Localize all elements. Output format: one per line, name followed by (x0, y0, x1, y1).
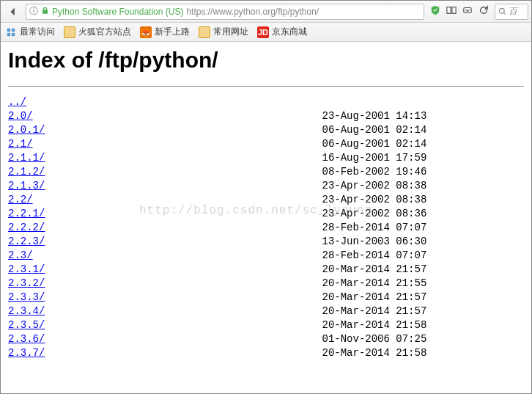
page-title: Index of /ftp/python/ (8, 48, 524, 73)
search-icon (498, 7, 506, 15)
dir-link[interactable]: 2.2/ (8, 194, 33, 205)
dir-link[interactable]: 2.3.2/ (8, 277, 45, 289)
lock-icon (41, 7, 49, 17)
svg-rect-4 (7, 28, 10, 31)
dir-link[interactable]: 2.1.3/ (8, 180, 45, 191)
directory-listing: ../ 2.0/ 23-Aug-2001 14:13 - 2.0.1/ 06-A… (8, 95, 524, 360)
pocket-icon[interactable] (459, 5, 476, 18)
bookmark-most-visited[interactable]: 最常访问 (5, 26, 55, 38)
svg-rect-5 (12, 28, 15, 31)
svg-rect-6 (7, 32, 10, 35)
folder-icon (199, 26, 210, 38)
dir-link[interactable]: 2.0.1/ (8, 124, 45, 136)
reload-button[interactable] (476, 5, 492, 18)
dir-link[interactable]: 2.3.1/ (8, 263, 45, 275)
jd-icon: JD (257, 26, 269, 38)
bookmarks-toolbar: 最常访问 火狐官方站点 🦊 新手上路 常用网址 JD 京东商城 (1, 23, 531, 42)
dir-link[interactable]: 2.2.1/ (8, 208, 45, 219)
info-icon: ⓘ (29, 5, 38, 18)
bookmark-label: 京东商城 (272, 26, 307, 38)
dir-link[interactable]: 2.1.1/ (8, 152, 45, 164)
ssl-org-label: Python Software Foundation (US) (52, 7, 183, 17)
svg-rect-1 (452, 7, 456, 14)
url-text: https://www.python.org/ftp/python/ (186, 7, 319, 17)
bookmark-getting-started[interactable]: 🦊 新手上路 (140, 26, 190, 38)
svg-rect-0 (447, 7, 451, 14)
bookmark-label: 常用网址 (213, 26, 248, 38)
dir-link[interactable]: 2.3.3/ (8, 291, 45, 303)
bookmark-jd[interactable]: JD 京东商城 (257, 26, 307, 38)
bookmark-label: 最常访问 (20, 26, 55, 38)
search-box[interactable]: 百 (495, 4, 528, 20)
back-button[interactable] (4, 3, 23, 21)
address-bar[interactable]: ⓘ Python Software Foundation (US) https:… (26, 4, 424, 20)
reader-icon[interactable] (443, 5, 459, 18)
dir-link[interactable]: 2.3.5/ (8, 319, 45, 331)
shield-icon[interactable] (430, 5, 440, 18)
dir-link[interactable]: 2.3.4/ (8, 305, 45, 317)
svg-point-3 (499, 8, 504, 13)
dir-link[interactable]: 2.2.2/ (8, 222, 45, 233)
dir-link[interactable]: 2.3/ (8, 249, 33, 261)
dir-link[interactable]: 2.2.3/ (8, 236, 45, 247)
divider (8, 86, 524, 87)
bookmark-label: 火狐官方站点 (78, 26, 131, 38)
grid-icon (5, 26, 17, 38)
dir-link[interactable]: 2.1/ (8, 138, 33, 150)
dir-link[interactable]: 2.3.7/ (8, 347, 45, 359)
firefox-icon: 🦊 (140, 26, 152, 38)
bookmark-label: 新手上路 (155, 26, 190, 38)
bookmark-common-sites[interactable]: 常用网址 (199, 26, 248, 38)
parent-dir-link[interactable]: ../ (8, 96, 26, 108)
svg-rect-7 (12, 32, 15, 35)
dir-link[interactable]: 2.3.6/ (8, 333, 45, 345)
browser-nav-bar: ⓘ Python Software Foundation (US) https:… (1, 1, 531, 23)
dir-link[interactable]: 2.0/ (8, 110, 33, 122)
search-placeholder: 百 (509, 5, 517, 18)
bookmark-firefox-official[interactable]: 火狐官方站点 (64, 26, 131, 38)
page-content: Index of /ftp/python/ ../ 2.0/ 23-Aug-20… (1, 42, 531, 393)
folder-icon (64, 26, 75, 38)
dir-link[interactable]: 2.1.2/ (8, 166, 45, 178)
